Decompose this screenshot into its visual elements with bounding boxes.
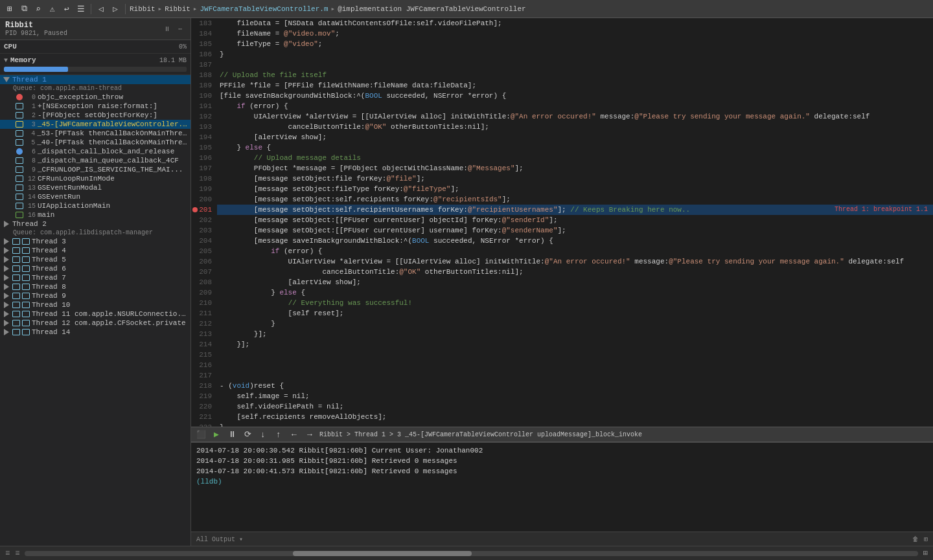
console-output-label[interactable]: All Output ▾ [196, 535, 243, 543]
frame-16-icon [16, 211, 23, 219]
breadcrumb-ribbit-1[interactable]: Ribbit [130, 5, 156, 13]
thread-12-icon [12, 319, 20, 327]
toolbar-fwd-nav[interactable]: ▷ [109, 3, 121, 15]
thread-2-queue: Queue: com.apple.libdispatch-manager [0, 229, 190, 237]
thread-12-arrow [3, 319, 10, 327]
thread-list[interactable]: Thread 1 Queue: com.apple.main-thread 0 … [0, 75, 190, 546]
sidebar-ctrl-2[interactable]: ⋯ [175, 24, 185, 34]
frame-15[interactable]: 15 UIApplicationMain [0, 201, 190, 210]
frame-1[interactable]: 1 +[NSException raise:format:] [0, 102, 190, 111]
frame-13-text: GSEventRunModal [38, 184, 102, 192]
frame-3[interactable]: 3 _45-[JWFCameraTableViewController... [0, 120, 190, 129]
debug-stepinto-icon[interactable]: ↓ [257, 429, 269, 440]
line-206: 206 UIAlertView *alertView = [[UIAlertVi… [191, 256, 933, 267]
frame-5-icon [16, 139, 23, 146]
frame-12[interactable]: 12 CFRunLoopRunInMode [0, 174, 190, 183]
thread-3-header[interactable]: Thread 3 [0, 237, 190, 246]
breadcrumb-file[interactable]: JWFCameraTableViewController.m [200, 5, 328, 13]
thread-7-header[interactable]: Thread 7 [0, 273, 190, 282]
thread-1-queue: Queue: com.apple.main-thread [0, 84, 190, 93]
toolbar-window-icon[interactable]: ⧉ [18, 3, 30, 15]
thread-10-header[interactable]: Thread 10 [0, 300, 190, 309]
thread-4-header[interactable]: Thread 4 [0, 246, 190, 255]
thread-14-header[interactable]: Thread 14 [0, 328, 190, 337]
frame-5-text: _40-[PFTask thenCallBackOnMainThre... [37, 139, 188, 146]
memory-header[interactable]: ▼ Memory 18.1 MB [0, 55, 190, 65]
toolbar-grid-icon[interactable]: ⊞ [4, 3, 16, 15]
frame-16[interactable]: 16 main [0, 210, 190, 219]
status-menu-icon[interactable]: ≡ [15, 549, 19, 558]
app-title: Ribbit [5, 21, 67, 30]
frame-5[interactable]: 5 _40-[PFTask thenCallBackOnMainThre... [0, 138, 190, 147]
console-expand-icon[interactable]: ⊞ [924, 535, 928, 543]
line-221: 221 [self.recipients removeAllObjects]; [191, 412, 933, 422]
status-right-icon[interactable]: ⊞ [923, 548, 928, 558]
frame-13[interactable]: 13 GSEventRunModal [0, 183, 190, 192]
debug-terminal-icon[interactable]: ⬛ [195, 429, 207, 440]
status-left-icon[interactable]: ≡ [5, 549, 10, 558]
debug-pause-icon[interactable]: ⏸ [226, 429, 238, 440]
thread-2-header[interactable]: Thread 2 [0, 219, 190, 229]
frame-9[interactable]: 9 _CFRUNLOOP_IS_SERVICING_THE_MAI... [0, 165, 190, 174]
scroll-track[interactable] [25, 551, 917, 556]
frame-8-text: _dispatch_main_queue_callback_4CF [38, 157, 179, 164]
line-202: 202 [message setObject:[[PFUser currentU… [191, 215, 933, 225]
thread-6-arrow [3, 265, 10, 273]
thread-8-header[interactable]: Thread 8 [0, 282, 190, 291]
thread-4-icon [12, 247, 20, 254]
line-212: 212 } [191, 319, 933, 329]
frame-4[interactable]: 4 _53-[PFTask thenCallBackOnMainThre... [0, 129, 190, 138]
frame-0[interactable]: 0 objc_exception_throw [0, 93, 190, 102]
console-trash-icon[interactable]: 🗑 [912, 535, 919, 543]
thread-9-arrow [3, 292, 10, 300]
toolbar-alert-icon[interactable]: ⚠ [47, 3, 58, 15]
thread-11-header[interactable]: Thread 11 com.apple.NSURLConnectio... [0, 309, 190, 319]
debug-stepout-icon[interactable]: ↑ [273, 429, 284, 440]
console-content[interactable]: 2014-07-18 20:00:30.542 Ribbit[9821:60b]… [191, 443, 933, 532]
thread-9-header[interactable]: Thread 9 [0, 291, 190, 300]
frame-2[interactable]: 2 -[PFObject setObjectForKey:] [0, 111, 190, 120]
debug-stepover-icon[interactable]: ⟳ [242, 429, 253, 440]
thread-12-header[interactable]: Thread 12 com.apple.CFSocket.private [0, 319, 190, 328]
memory-label: Memory [10, 56, 159, 64]
frame-8[interactable]: 8 _dispatch_main_queue_callback_4CF [0, 156, 190, 165]
toolbar-back-icon[interactable]: ↩ [61, 3, 73, 15]
sidebar-ctrl-1[interactable]: ⏸ [162, 24, 172, 34]
debug-play-icon[interactable]: ▶ [211, 429, 222, 440]
cpu-header[interactable]: CPU 0% [0, 41, 190, 52]
toolbar-list-icon[interactable]: ☰ [75, 3, 87, 15]
frame-6-text: _dispatch_call_block_and_release [38, 148, 174, 155]
frame-14[interactable]: 14 GSEventRun [0, 192, 190, 201]
thread-11-icon2 [22, 310, 30, 318]
status-scroll-area[interactable] [25, 551, 917, 556]
thread-11-label: Thread 11 com.apple.NSURLConnectio... [32, 310, 188, 318]
debug-toolbar: ⬛ ▶ ⏸ ⟳ ↓ ↑ ← → Ribbit > Thread 1 > 3 _4… [191, 427, 933, 442]
line-208: 208 [alertView show]; [191, 277, 933, 287]
breadcrumb-ribbit-2[interactable]: Ribbit [165, 5, 190, 13]
toolbar-back-nav[interactable]: ◁ [95, 3, 107, 15]
frame-1-text: +[NSException raise:format:] [38, 102, 157, 110]
line-189: 189 PFFile *file = [PFFile fileWithName:… [191, 80, 933, 91]
thread-6-icon [12, 265, 20, 273]
debug-arrow-left[interactable]: ← [288, 429, 300, 440]
thread-11-icon [12, 310, 20, 318]
thread-11-arrow [3, 310, 10, 318]
code-scroll[interactable]: 183 fileData = [NSData dataWithContentsO… [191, 18, 933, 427]
thread-5-arrow [3, 256, 10, 263]
thread-2-label: Thread 2 [12, 220, 47, 228]
line-207: 207 cancelButtonTitle:@"OK" otherButtonT… [191, 267, 933, 277]
debug-arrow-right[interactable]: → [304, 429, 316, 440]
console-line-3: 2014-07-18 20:00:41.573 Ribbit[9821:60b]… [196, 466, 928, 476]
thread-14-label: Thread 14 [32, 328, 70, 336]
thread-5-header[interactable]: Thread 5 [0, 255, 190, 264]
frame-3-num: 3 [25, 121, 36, 128]
thread-1-header[interactable]: Thread 1 [0, 75, 190, 84]
thread-12-icon2 [22, 319, 30, 327]
frame-4-icon [16, 129, 23, 137]
thread-6-header[interactable]: Thread 6 [0, 264, 190, 273]
debug-breadcrumb: Ribbit > Thread 1 > 3 _45-[JWFCameraTabl… [319, 431, 929, 438]
toolbar-search-icon[interactable]: ⌕ [32, 3, 44, 15]
frame-6[interactable]: 6 _dispatch_call_block_and_release [0, 147, 190, 156]
line-194: 194 [alertView show]; [191, 132, 933, 142]
thread-1-label: Thread 1 [12, 76, 47, 84]
